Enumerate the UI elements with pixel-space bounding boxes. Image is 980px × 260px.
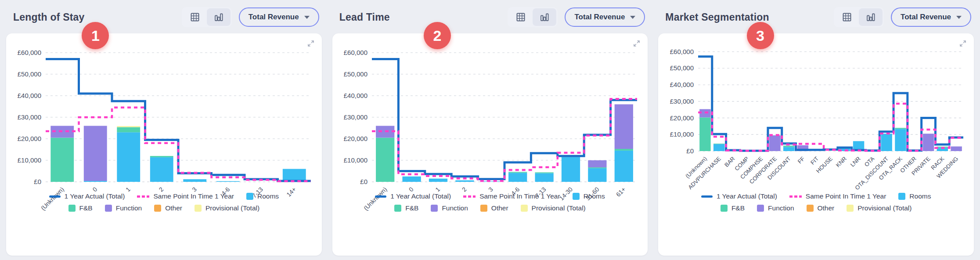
bar-segment-f-b xyxy=(588,167,606,168)
legend-item-provisional-total-[interactable]: Provisional (Total) xyxy=(195,204,259,212)
panel-header: Length of Stay Total Revenue xyxy=(6,4,322,33)
legend-label: Same Point In Time 1 Year xyxy=(153,192,234,200)
legend-color-swatch xyxy=(847,205,854,212)
legend-label: Function xyxy=(768,204,794,212)
bar-segment-rooms xyxy=(84,181,107,182)
chart-view-button[interactable] xyxy=(859,8,883,26)
legend-item-same-point-in-time-1-year[interactable]: Same Point In Time 1 Year xyxy=(137,192,234,200)
legend-item-1-year-actual-total-[interactable]: 1 Year Actual (Total) xyxy=(49,192,125,200)
dashboard-row: Length of Stay Total Revenue 1 xyxy=(0,0,980,260)
y-tick-label: £40,000 xyxy=(18,92,41,99)
x-category-label: KNR xyxy=(835,155,848,169)
bar-segment-function xyxy=(769,135,780,151)
legend-label: Rooms xyxy=(584,192,605,200)
legend-item-1-year-actual-total-[interactable]: 1 Year Actual (Total) xyxy=(375,192,451,200)
bar-segment-rooms xyxy=(150,157,173,182)
legend-label: Rooms xyxy=(257,192,279,200)
legend-row: 1 Year Actual (Total)Same Point In Time … xyxy=(701,192,931,200)
panel-header: Lead Time Total Revenue xyxy=(332,4,648,33)
bar-segment-f-b xyxy=(699,117,710,151)
step-badge: 3 xyxy=(747,22,774,49)
metric-dropdown[interactable]: Total Revenue xyxy=(239,7,319,27)
bar-segment-rooms xyxy=(535,173,553,182)
legend-item-rooms[interactable]: Rooms xyxy=(573,192,605,200)
chart-canvas: £0£10,000£20,000£30,000£40,000£50,000£60… xyxy=(12,40,315,218)
legend-item-rooms[interactable]: Rooms xyxy=(898,192,931,200)
panel-controls: Total Revenue xyxy=(834,7,971,27)
y-tick-label: £10,000 xyxy=(670,130,693,138)
legend-label: Other xyxy=(165,204,182,212)
legend-label: F&B xyxy=(731,204,745,212)
legend-item-provisional-total-[interactable]: Provisional (Total) xyxy=(847,204,912,212)
y-tick-label: £60,000 xyxy=(344,49,368,56)
x-category-label: FIT xyxy=(809,155,820,166)
bar-segment-rooms xyxy=(713,144,724,151)
metric-dropdown[interactable]: Total Revenue xyxy=(891,7,971,27)
legend-line-swatch xyxy=(49,195,61,198)
panel-title: Market Segmentation xyxy=(665,11,769,23)
table-view-button[interactable] xyxy=(183,8,207,26)
bar-segment-f-b xyxy=(117,127,141,132)
table-view-button[interactable] xyxy=(835,8,859,26)
legend-item-rooms[interactable]: Rooms xyxy=(246,192,279,200)
bar-segment-rooms xyxy=(783,147,794,151)
legend-row: F&BFunctionOtherProvisional (Total) xyxy=(68,204,260,212)
legend-item-1-year-actual-total-[interactable]: 1 Year Actual (Total) xyxy=(701,192,777,200)
panel-length-of-stay: Length of Stay Total Revenue 1 xyxy=(6,4,322,256)
bar-segment-rooms xyxy=(588,168,606,182)
chart-card: 2 £0£10,000£20,000£30,000£40,000£50,000£… xyxy=(332,33,648,256)
chevron-down-icon xyxy=(304,16,310,19)
bar-segment-function xyxy=(615,104,633,148)
y-tick-label: £50,000 xyxy=(18,70,41,78)
legend-item-f-b[interactable]: F&B xyxy=(721,204,745,212)
y-tick-label: £10,000 xyxy=(344,156,368,164)
bar-segment-function xyxy=(951,146,962,151)
legend-row: 1 Year Actual (Total)Same Point In Time … xyxy=(49,192,279,200)
expand-icon[interactable] xyxy=(959,40,967,47)
bar-segment-rooms xyxy=(562,157,580,182)
legend-color-swatch xyxy=(521,205,528,212)
chart-legend: 1 Year Actual (Total)Same Point In Time … xyxy=(49,192,279,217)
chart-view-button[interactable] xyxy=(533,8,556,26)
legend-item-other[interactable]: Other xyxy=(807,204,835,212)
table-grid-icon xyxy=(190,12,200,22)
bar-segment-rooms xyxy=(508,173,527,182)
expand-icon[interactable] xyxy=(307,40,315,47)
metric-dropdown[interactable]: Total Revenue xyxy=(565,7,645,27)
legend-item-same-point-in-time-1-year[interactable]: Same Point In Time 1 Year xyxy=(789,192,886,200)
legend-color-swatch xyxy=(394,205,401,212)
bar-segment-f-b xyxy=(615,149,633,151)
x-category-label: LNR xyxy=(849,155,861,168)
legend-item-other[interactable]: Other xyxy=(154,204,182,212)
chart-card: 1 £0£10,000£20,000£30,000£40,000£50,000£… xyxy=(6,33,322,256)
legend-item-function[interactable]: Function xyxy=(431,204,468,212)
y-tick-label: £10,000 xyxy=(18,156,41,164)
legend-item-function[interactable]: Function xyxy=(105,204,142,212)
y-tick-label: £0 xyxy=(686,147,694,155)
table-grid-icon xyxy=(842,12,852,22)
chart-view-button[interactable] xyxy=(207,8,231,26)
bar-chart-icon xyxy=(539,12,550,22)
bar-segment-rooms xyxy=(216,181,240,182)
legend-item-same-point-in-time-1-year[interactable]: Same Point In Time 1 Year xyxy=(463,192,560,200)
view-toggle-group xyxy=(834,7,884,27)
legend-item-f-b[interactable]: F&B xyxy=(68,204,93,212)
table-view-button[interactable] xyxy=(509,8,533,26)
bar-segment-rooms xyxy=(482,181,501,182)
chart-canvas: £0£10,000£20,000£30,000£40,000£50,000£60… xyxy=(665,40,968,218)
legend-label: Other xyxy=(818,204,835,212)
chart-legend: 1 Year Actual (Total)Same Point In Time … xyxy=(375,192,605,217)
bar-segment-f-b xyxy=(376,137,394,182)
legend-item-function[interactable]: Function xyxy=(757,204,794,212)
legend-item-provisional-total-[interactable]: Provisional (Total) xyxy=(521,204,586,212)
y-tick-label: £20,000 xyxy=(344,135,368,142)
legend-color-swatch xyxy=(807,205,814,212)
panel-header: Market Segmentation Total Revenue xyxy=(658,4,974,33)
legend-item-other[interactable]: Other xyxy=(480,204,508,212)
expand-icon[interactable] xyxy=(633,40,641,47)
legend-item-f-b[interactable]: F&B xyxy=(394,204,418,212)
bar-segment-rooms xyxy=(895,129,906,151)
bar-segment-f-b xyxy=(783,146,794,147)
bar-segment-function xyxy=(922,134,933,151)
view-toggle-group xyxy=(508,7,558,27)
